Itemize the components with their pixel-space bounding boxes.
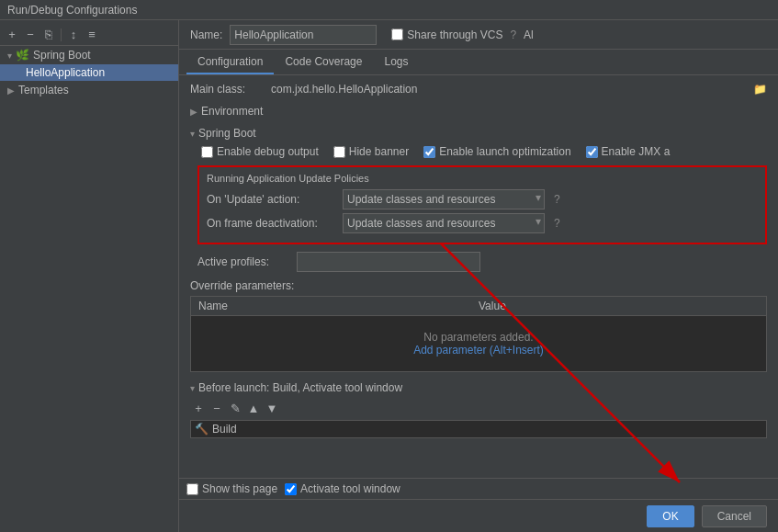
on-frame-label: On frame deactivation: bbox=[207, 217, 335, 230]
on-frame-help-icon[interactable]: ? bbox=[554, 217, 560, 230]
ok-button[interactable]: OK bbox=[647, 505, 693, 527]
environment-section[interactable]: ▶ Environment bbox=[190, 103, 767, 119]
spring-boot-config-section: ▾ Spring Boot Enable debug output bbox=[190, 125, 767, 272]
remove-config-button[interactable]: − bbox=[22, 27, 39, 43]
spring-boot-section-content: Enable debug output Hide banner Enable l… bbox=[190, 145, 767, 272]
show-page-checkbox[interactable]: Show this page bbox=[186, 482, 277, 495]
sidebar-item-spring-boot[interactable]: ▾ 🌿 Spring Boot bbox=[0, 46, 178, 64]
spring-boot-section-arrow-icon: ▾ bbox=[190, 129, 195, 139]
vcs-checkbox[interactable]: Share through VCS bbox=[391, 28, 502, 41]
bl-add-button[interactable]: + bbox=[190, 400, 207, 416]
activate-window-label: Activate tool window bbox=[300, 482, 400, 495]
active-profiles-input[interactable] bbox=[297, 252, 480, 272]
main-class-value: com.jxd.hello.HelloApplication bbox=[271, 83, 417, 96]
enable-debug-checkbox[interactable]: Enable debug output bbox=[201, 145, 319, 158]
active-profiles-label: Active profiles: bbox=[197, 255, 289, 268]
enable-debug-label: Enable debug output bbox=[217, 145, 319, 158]
on-update-select[interactable]: Update classes and resources Do nothing … bbox=[343, 189, 545, 209]
checkboxes-row: Enable debug output Hide banner Enable l… bbox=[197, 145, 767, 158]
build-item: 🔨 Build bbox=[190, 420, 767, 438]
sidebar-toolbar: + − ⎘ ↕ ≡ bbox=[0, 24, 178, 46]
tab-code-coverage[interactable]: Code Coverage bbox=[274, 50, 373, 74]
enable-launch-opt-input[interactable] bbox=[423, 146, 435, 158]
right-panel: Name: Share through VCS ? Al Configur bbox=[179, 20, 778, 532]
before-launch-arrow-icon: ▾ bbox=[190, 383, 195, 393]
browse-icon[interactable]: 📁 bbox=[753, 83, 767, 96]
enable-debug-input[interactable] bbox=[201, 146, 213, 158]
name-row: Name: Share through VCS ? Al bbox=[179, 20, 778, 50]
tab-logs-label: Logs bbox=[384, 55, 408, 68]
main-class-label: Main class: bbox=[190, 83, 264, 96]
al-label: Al bbox=[524, 28, 534, 41]
vcs-checkbox-input[interactable] bbox=[391, 28, 403, 40]
activate-window-input[interactable] bbox=[285, 483, 297, 495]
before-launch-label: Before launch: Build, Activate tool wind… bbox=[198, 381, 402, 394]
tab-configuration[interactable]: Configuration bbox=[186, 50, 274, 74]
environment-label: Environment bbox=[201, 105, 263, 118]
templates-arrow-icon: ▶ bbox=[7, 85, 15, 96]
before-launch-toolbar: + − ✎ ▲ ▼ bbox=[190, 400, 767, 416]
add-param-link[interactable]: Add parameter (Alt+Insert) bbox=[413, 344, 544, 357]
sort-config-button[interactable]: ≡ bbox=[84, 27, 100, 43]
bl-up-button[interactable]: ▲ bbox=[245, 400, 262, 416]
bottom-row: Show this page Activate tool window bbox=[179, 478, 778, 499]
enable-launch-opt-label: Enable launch optimization bbox=[439, 145, 570, 158]
window-title: Run/Debug Configurations bbox=[7, 4, 137, 17]
enable-jmx-input[interactable] bbox=[586, 146, 598, 158]
policies-box: Running Application Update Policies On '… bbox=[197, 165, 767, 244]
help-icon: ? bbox=[510, 28, 516, 41]
tab-code-coverage-label: Code Coverage bbox=[285, 55, 362, 68]
bl-down-button[interactable]: ▼ bbox=[264, 400, 280, 416]
cancel-button[interactable]: Cancel bbox=[702, 505, 767, 527]
on-update-label: On 'Update' action: bbox=[207, 193, 335, 206]
spring-boot-section-header[interactable]: ▾ Spring Boot bbox=[190, 125, 767, 141]
params-empty-text: No parameters added. bbox=[423, 331, 533, 344]
env-arrow-icon: ▶ bbox=[190, 107, 197, 117]
spring-boot-section-label: Spring Boot bbox=[198, 127, 256, 140]
spring-boot-label: Spring Boot bbox=[33, 49, 91, 62]
hello-application-label: HelloApplication bbox=[26, 66, 105, 79]
bl-edit-button[interactable]: ✎ bbox=[227, 400, 243, 416]
params-col-value: Value bbox=[479, 300, 759, 312]
active-profiles-row: Active profiles: bbox=[197, 252, 767, 272]
spring-boot-icon: 🌿 bbox=[16, 49, 29, 62]
hide-banner-input[interactable] bbox=[333, 146, 345, 158]
hide-banner-checkbox[interactable]: Hide banner bbox=[333, 145, 409, 158]
before-launch-header[interactable]: ▾ Before launch: Build, Activate tool wi… bbox=[190, 379, 767, 396]
params-empty: No parameters added. Add parameter (Alt+… bbox=[191, 316, 766, 371]
sidebar: + − ⎘ ↕ ≡ ▾ 🌿 Spring Boot HelloApplicati… bbox=[0, 20, 179, 532]
on-frame-select[interactable]: Update classes and resources Do nothing … bbox=[343, 213, 545, 233]
separator bbox=[61, 28, 62, 41]
on-update-help-icon[interactable]: ? bbox=[554, 193, 560, 206]
on-frame-select-wrapper: Update classes and resources Do nothing … bbox=[343, 213, 545, 233]
tabs: Configuration Code Coverage Logs bbox=[179, 50, 778, 75]
hide-banner-label: Hide banner bbox=[349, 145, 409, 158]
spring-boot-arrow-icon: ▾ bbox=[7, 51, 12, 61]
enable-launch-opt-checkbox[interactable]: Enable launch optimization bbox=[423, 145, 570, 158]
activate-window-checkbox[interactable]: Activate tool window bbox=[285, 482, 400, 495]
name-right: Share through VCS ? Al bbox=[391, 28, 533, 41]
params-table-header: Name Value bbox=[191, 297, 766, 316]
footer: OK Cancel bbox=[179, 499, 778, 532]
enable-jmx-checkbox[interactable]: Enable JMX a bbox=[586, 145, 671, 158]
tab-logs[interactable]: Logs bbox=[373, 50, 419, 74]
tab-configuration-label: Configuration bbox=[197, 55, 263, 68]
move-config-button[interactable]: ↕ bbox=[65, 27, 82, 43]
name-input[interactable] bbox=[230, 25, 377, 45]
enable-jmx-label: Enable JMX a bbox=[602, 145, 671, 158]
show-page-label: Show this page bbox=[202, 482, 277, 495]
copy-config-button[interactable]: ⎘ bbox=[40, 27, 57, 43]
on-update-select-wrapper: Update classes and resources Do nothing … bbox=[343, 189, 545, 209]
title-bar: Run/Debug Configurations bbox=[0, 0, 778, 20]
name-label: Name: bbox=[190, 28, 222, 41]
show-page-input[interactable] bbox=[186, 483, 198, 495]
bl-remove-button[interactable]: − bbox=[209, 400, 225, 416]
on-update-row: On 'Update' action: Update classes and r… bbox=[207, 189, 758, 209]
build-icon: 🔨 bbox=[195, 423, 209, 436]
override-section: Override parameters: Name Value No param… bbox=[190, 279, 767, 372]
sidebar-item-hello-application[interactable]: HelloApplication bbox=[0, 64, 178, 81]
panel-content: Main class: com.jxd.hello.HelloApplicati… bbox=[179, 75, 778, 478]
add-config-button[interactable]: + bbox=[4, 27, 20, 43]
sidebar-item-templates[interactable]: ▶ Templates bbox=[0, 81, 178, 99]
build-label: Build bbox=[212, 423, 237, 436]
